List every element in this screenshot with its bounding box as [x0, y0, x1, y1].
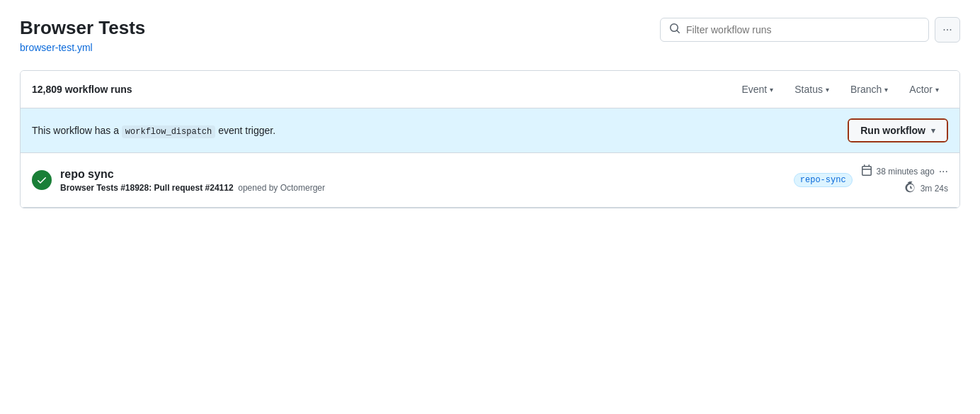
- branch-tag: repo-sync: [794, 173, 853, 187]
- filter-status-chevron: ▾: [826, 86, 829, 94]
- filter-actor-label: Actor: [909, 84, 933, 95]
- workflow-file-link[interactable]: browser-test.yml: [20, 42, 93, 53]
- filter-event-chevron: ▾: [770, 86, 773, 94]
- dispatch-text: This workflow has a workflow_dispatch ev…: [32, 125, 275, 137]
- filter-status-label: Status: [794, 84, 823, 95]
- run-more-actions-button[interactable]: ···: [939, 165, 948, 178]
- filter-actor-button[interactable]: Actor ▾: [900, 79, 948, 99]
- run-name: repo sync: [60, 168, 785, 181]
- time-ago-row: 38 minutes ago ···: [861, 164, 948, 179]
- duration-row: 3m 24s: [905, 181, 948, 196]
- search-input[interactable]: [686, 24, 920, 35]
- run-duration: 3m 24s: [921, 184, 948, 194]
- search-bar: [660, 18, 929, 42]
- dispatch-banner: This workflow has a workflow_dispatch ev…: [21, 108, 959, 153]
- run-workflow-ref: Browser Tests #18928: Pull request #2411…: [60, 183, 234, 193]
- main-panel: 12,809 workflow runs Event ▾ Status ▾ Br…: [20, 70, 960, 208]
- run-opened-by: opened by Octomerger: [236, 183, 325, 193]
- more-options-button[interactable]: ···: [935, 17, 960, 43]
- filter-branch-button[interactable]: Branch ▾: [841, 79, 897, 99]
- filters-container: Event ▾ Status ▾ Branch ▾ Actor ▾: [732, 79, 948, 99]
- runs-count: 12,809 workflow runs: [32, 84, 132, 95]
- header-left: Browser Tests browser-test.yml: [20, 17, 145, 53]
- run-info: repo sync Browser Tests #18928: Pull req…: [60, 168, 785, 193]
- dispatch-code: workflow_dispatch: [122, 125, 215, 138]
- status-success-icon: [32, 170, 52, 190]
- dispatch-suffix: event trigger.: [218, 125, 275, 136]
- filter-actor-chevron: ▾: [935, 86, 939, 94]
- run-workflow-button[interactable]: Run workflow ▾: [849, 120, 947, 141]
- run-workflow-wrapper: Run workflow ▾: [848, 118, 948, 142]
- search-icon: [669, 23, 680, 37]
- run-workflow-label: Run workflow: [860, 125, 925, 136]
- run-meta: Browser Tests #18928: Pull request #2411…: [60, 183, 785, 193]
- run-timing: 38 minutes ago ··· 3m 24s: [861, 164, 948, 196]
- filter-event-button[interactable]: Event ▾: [732, 79, 782, 99]
- page-header: Browser Tests browser-test.yml ···: [20, 17, 960, 53]
- workflow-run-item: repo sync Browser Tests #18928: Pull req…: [21, 153, 959, 208]
- calendar-icon: [861, 164, 872, 179]
- header-right: ···: [660, 17, 960, 43]
- stopwatch-icon: [905, 181, 916, 196]
- filter-branch-label: Branch: [850, 84, 882, 95]
- dispatch-prefix: This workflow has a: [32, 125, 119, 136]
- filter-status-button[interactable]: Status ▾: [785, 79, 838, 99]
- filter-branch-chevron: ▾: [884, 86, 888, 94]
- run-workflow-chevron-icon: ▾: [931, 126, 935, 135]
- filter-event-label: Event: [741, 84, 767, 95]
- page-title: Browser Tests: [20, 17, 145, 39]
- runs-header: 12,809 workflow runs Event ▾ Status ▾ Br…: [21, 71, 959, 108]
- time-ago: 38 minutes ago: [877, 167, 935, 177]
- run-meta-text: Browser Tests #18928: Pull request #2411…: [60, 183, 325, 193]
